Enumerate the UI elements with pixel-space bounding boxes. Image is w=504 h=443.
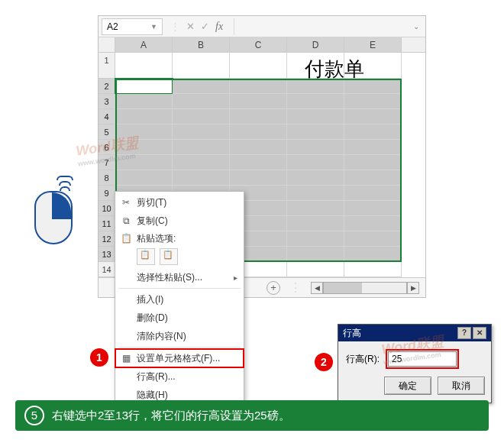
context-menu: ✂剪切(T) ⧉复制(C) 📋粘贴选项: 选择性粘贴(S)... 插入(I) 删… <box>115 191 244 425</box>
row-header[interactable]: 10 <box>99 201 115 216</box>
scroll-right-icon[interactable]: ▶ <box>407 282 419 294</box>
annotation-badge-2: 2 <box>315 353 333 371</box>
menu-copy[interactable]: ⧉复制(C) <box>115 212 244 230</box>
annotation-highlight-input <box>386 349 459 369</box>
scroll-left-icon[interactable]: ◀ <box>311 282 323 294</box>
format-cells-icon: ▦ <box>120 353 132 364</box>
cell-reference: A2 <box>107 21 118 32</box>
column-header[interactable]: A <box>115 37 173 52</box>
table-row[interactable]: 4 <box>99 109 425 124</box>
name-box[interactable]: A2 ▼ <box>102 18 163 35</box>
table-row[interactable]: 5 <box>99 124 425 140</box>
mouse-illustration <box>23 176 84 252</box>
name-box-dropdown-icon[interactable]: ▼ <box>150 23 157 31</box>
row-header[interactable]: 4 <box>99 109 115 124</box>
dialog-help-button[interactable]: ? <box>457 327 471 339</box>
menu-separator <box>118 347 241 348</box>
row-header[interactable]: 2 <box>99 79 115 94</box>
cancel-button[interactable]: 取消 <box>438 377 485 395</box>
menu-delete[interactable]: 删除(D) <box>115 309 244 327</box>
formula-input[interactable] <box>234 18 407 35</box>
formula-bar-expand-icon[interactable]: ⌄ <box>410 22 422 31</box>
row-header[interactable]: 1 <box>99 53 115 79</box>
paste-options-row <box>115 247 244 268</box>
add-sheet-button[interactable]: + <box>267 281 280 295</box>
step-number: 5 <box>24 406 44 425</box>
row-header[interactable]: 11 <box>99 216 115 231</box>
menu-separator <box>118 288 241 289</box>
table-row[interactable]: 3 <box>99 94 425 109</box>
menu-clear-contents[interactable]: 清除内容(N) <box>115 327 244 345</box>
row-header[interactable]: 7 <box>99 155 115 170</box>
horizontal-scrollbar[interactable]: ◀ ▶ <box>311 282 419 294</box>
menu-paste-options-header: 📋粘贴选项: <box>115 230 244 247</box>
column-header[interactable]: B <box>173 37 230 52</box>
row-header[interactable]: 9 <box>99 186 115 201</box>
instruction-text: 右键选中2至13行，将它们的行高设置为25磅。 <box>52 409 290 423</box>
row-header[interactable]: 8 <box>99 170 115 186</box>
column-headers: A B C D E <box>99 37 425 53</box>
menu-paste-special[interactable]: 选择性粘贴(S)... <box>115 268 244 286</box>
table-row[interactable]: 8 <box>99 170 425 186</box>
dialog-titlebar[interactable]: 行高 ? ✕ <box>338 325 491 341</box>
right-click-highlight <box>52 192 71 219</box>
column-header[interactable]: E <box>344 37 402 52</box>
instruction-bar: 5 右键选中2至13行，将它们的行高设置为25磅。 <box>15 400 489 431</box>
menu-row-height[interactable]: 行高(R)... <box>115 367 244 386</box>
paste-option-1[interactable] <box>137 248 155 265</box>
fx-icon[interactable]: fx <box>215 21 223 33</box>
row-height-dialog: 行高 ? ✕ 行高(R): 确定 取消 <box>338 324 492 403</box>
row-header[interactable]: 14 <box>99 262 115 277</box>
row-height-label: 行高(R): <box>346 353 380 366</box>
scroll-track[interactable] <box>323 282 407 294</box>
ok-button[interactable]: 确定 <box>384 377 431 395</box>
annotation-badge-1: 1 <box>90 348 108 367</box>
table-row[interactable]: 1 <box>99 53 425 79</box>
menu-format-cells[interactable]: ▦设置单元格格式(F)... <box>115 349 244 367</box>
formula-bar: A2 ▼ ⋮ ✕ ✓ fx ⌄ <box>99 16 425 37</box>
column-header[interactable]: D <box>287 37 344 52</box>
accept-formula-icon[interactable]: ✓ <box>201 21 209 32</box>
scroll-thumb[interactable] <box>324 283 362 293</box>
select-all-corner[interactable] <box>99 37 115 52</box>
cut-icon: ✂ <box>120 197 132 208</box>
paste-icon: 📋 <box>120 233 132 244</box>
row-header[interactable]: 12 <box>99 231 115 247</box>
row-height-input[interactable] <box>388 351 457 367</box>
table-row[interactable]: 7 <box>99 155 425 170</box>
active-cell[interactable] <box>115 79 173 94</box>
menu-insert[interactable]: 插入(I) <box>115 290 244 309</box>
menu-cut[interactable]: ✂剪切(T) <box>115 193 244 212</box>
table-row[interactable]: 6 <box>99 140 425 155</box>
copy-icon: ⧉ <box>120 215 132 226</box>
table-row[interactable]: 2 <box>99 79 425 94</box>
dialog-title: 行高 <box>343 327 361 340</box>
row-header[interactable]: 13 <box>99 247 115 262</box>
column-header[interactable]: C <box>230 37 287 52</box>
dialog-close-button[interactable]: ✕ <box>473 327 486 339</box>
row-header[interactable]: 3 <box>99 94 115 109</box>
row-header[interactable]: 5 <box>99 124 115 140</box>
row-header[interactable]: 6 <box>99 140 115 155</box>
formula-bar-icons: ⋮ ✕ ✓ fx <box>166 21 228 33</box>
paste-option-2[interactable] <box>160 248 178 265</box>
cancel-formula-icon[interactable]: ✕ <box>186 21 195 32</box>
